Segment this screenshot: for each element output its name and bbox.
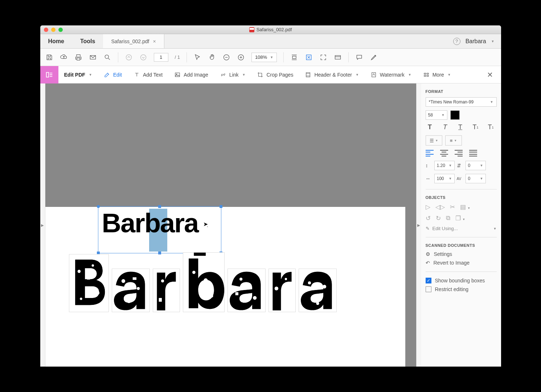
- read-mode-icon[interactable]: [334, 53, 342, 61]
- scanned-settings[interactable]: ⚙ Settings: [426, 251, 497, 257]
- glyph-box[interactable]: [228, 269, 266, 312]
- svg-rect-16: [427, 75, 429, 76]
- rotate-ccw-icon[interactable]: ↺: [426, 215, 431, 222]
- font-color-swatch[interactable]: [450, 110, 460, 120]
- edit-using-menu[interactable]: ✎ Edit Using... ▼: [426, 226, 497, 231]
- underline-button[interactable]: T: [456, 123, 465, 131]
- account-name[interactable]: Barbara: [466, 38, 486, 45]
- page-number-input[interactable]: 1: [154, 53, 168, 62]
- line-height-select[interactable]: 1.20▼: [434, 161, 455, 170]
- maximize-window-button[interactable]: [58, 28, 63, 32]
- header-footer-tool[interactable]: Header & Footer▼: [299, 66, 364, 83]
- watermark-tool[interactable]: Watermark▼: [365, 66, 417, 83]
- replace-image-icon[interactable]: ⧉: [446, 215, 450, 222]
- align-justify-button[interactable]: [469, 150, 477, 156]
- crop-object-icon[interactable]: ✂: [450, 203, 455, 211]
- page-down-icon[interactable]: [139, 53, 147, 61]
- search-icon[interactable]: [103, 53, 111, 61]
- edit-pdf-badge-icon: [40, 66, 58, 83]
- svg-rect-14: [427, 73, 429, 74]
- save-icon[interactable]: [45, 53, 53, 61]
- bold-button[interactable]: T: [426, 123, 434, 131]
- pointer-tool-icon[interactable]: [193, 53, 201, 61]
- zoom-in-icon[interactable]: [237, 53, 245, 61]
- align-objects-icon[interactable]: ▤ ▼: [460, 203, 471, 211]
- svg-point-40: [322, 285, 326, 289]
- fit-page-icon[interactable]: [305, 53, 313, 61]
- add-image-tool[interactable]: Add Image: [168, 66, 214, 83]
- glyph-box[interactable]: [183, 252, 225, 312]
- zoom-out-icon[interactable]: [222, 53, 230, 61]
- content-row: ▶ Barbara ➤: [40, 83, 501, 367]
- checkbox-checked-icon[interactable]: ✓: [426, 278, 431, 283]
- editable-text[interactable]: Barbara: [102, 208, 198, 238]
- align-right-button[interactable]: [455, 150, 463, 156]
- svg-point-34: [239, 278, 242, 281]
- checkbox-unchecked-icon[interactable]: [426, 286, 431, 292]
- help-icon[interactable]: ?: [453, 38, 460, 45]
- email-icon[interactable]: [89, 53, 97, 61]
- fullscreen-icon[interactable]: [319, 53, 327, 61]
- left-panel-toggle[interactable]: ▶: [40, 83, 45, 367]
- horiz-scale-select[interactable]: 100▼: [434, 174, 455, 183]
- align-left-button[interactable]: [426, 150, 434, 156]
- edit-pdf-menu[interactable]: Edit PDF▼: [58, 66, 98, 83]
- add-text-tool[interactable]: Add Text: [128, 66, 168, 83]
- align-center-button[interactable]: [440, 150, 448, 156]
- glyph-box[interactable]: [299, 269, 337, 312]
- svg-rect-25: [132, 277, 136, 280]
- minimize-window-button[interactable]: [51, 28, 56, 32]
- document-tab[interactable]: Safariss_002.pdf ×: [103, 34, 164, 48]
- svg-point-18: [91, 264, 94, 266]
- restrict-editing-option[interactable]: Restrict editing: [426, 286, 497, 292]
- bullet-list-button[interactable]: ☰ ▼: [426, 135, 442, 146]
- char-spacing-select[interactable]: 0▼: [466, 174, 486, 183]
- svg-point-24: [127, 300, 130, 303]
- page-up-icon[interactable]: [125, 53, 133, 61]
- crop-tool[interactable]: Crop Pages: [251, 66, 299, 83]
- rotate-cw-icon[interactable]: ↻: [436, 215, 441, 222]
- right-panel-toggle[interactable]: ▶: [416, 83, 421, 367]
- cloud-upload-icon[interactable]: [60, 53, 68, 61]
- gear-icon: ⚙: [426, 251, 430, 257]
- glyph-box[interactable]: [153, 269, 180, 312]
- glyph-box[interactable]: [269, 269, 296, 312]
- subscript-button[interactable]: T1: [487, 123, 495, 131]
- tools-tab[interactable]: Tools: [72, 34, 103, 48]
- para-spacing-select[interactable]: 0▼: [466, 161, 486, 170]
- close-edit-panel-icon[interactable]: ✕: [487, 70, 501, 79]
- zoom-select[interactable]: 108% ▼: [251, 53, 277, 62]
- revert-to-image[interactable]: ↶ Revert to Image: [426, 260, 497, 266]
- glyph-box[interactable]: [112, 269, 150, 312]
- arrange-icon[interactable]: ❐ ▼: [455, 215, 466, 222]
- numbered-list-button[interactable]: ≡ ▼: [445, 135, 462, 146]
- account-dropdown-icon[interactable]: ▼: [491, 40, 495, 43]
- close-window-button[interactable]: [44, 28, 48, 32]
- fit-width-icon[interactable]: [290, 53, 298, 61]
- italic-button[interactable]: T: [441, 123, 450, 131]
- font-size-select[interactable]: 58▼: [426, 110, 447, 120]
- glyph-row: [69, 252, 337, 312]
- show-bounding-boxes-option[interactable]: ✓ Show bounding boxes: [426, 278, 497, 283]
- superscript-button[interactable]: T1: [471, 123, 480, 131]
- flip-v-icon[interactable]: ▷: [426, 203, 430, 211]
- document-canvas[interactable]: Barbara ➤: [45, 83, 416, 367]
- flip-h-icon[interactable]: ◁▷: [435, 203, 445, 211]
- selection-box[interactable]: Barbara: [98, 206, 221, 253]
- svg-point-30: [204, 278, 208, 282]
- link-tool[interactable]: Link▼: [214, 66, 251, 83]
- comment-icon[interactable]: [355, 53, 363, 61]
- horiz-scale-icon: ↔: [426, 176, 432, 181]
- edit-tool[interactable]: Edit: [98, 66, 128, 83]
- more-tool[interactable]: More▼: [417, 66, 457, 83]
- highlight-icon[interactable]: [370, 53, 378, 61]
- close-tab-icon[interactable]: ×: [153, 38, 156, 44]
- glyph-box[interactable]: [69, 254, 109, 312]
- page-total-label: / 1: [175, 54, 180, 60]
- print-icon[interactable]: [74, 53, 82, 61]
- titlebar: Safariss_002.pdf: [40, 25, 501, 34]
- hand-tool-icon[interactable]: [208, 53, 216, 61]
- document-tab-label: Safariss_002.pdf: [111, 38, 149, 44]
- home-tab[interactable]: Home: [40, 34, 72, 48]
- font-select[interactable]: *Times New Roman-99▼: [426, 97, 497, 107]
